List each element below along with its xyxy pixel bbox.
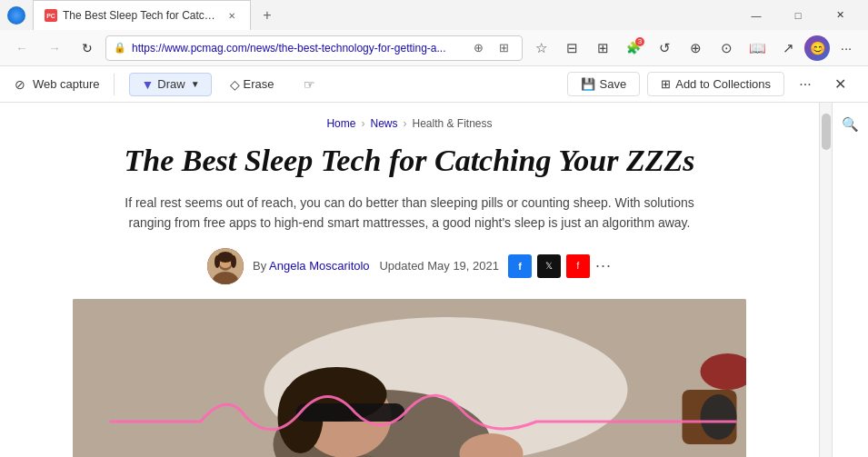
add-collections-icon: ⊞: [661, 77, 671, 91]
star-icon[interactable]: ☆: [526, 34, 555, 63]
breadcrumb-category: Health & Fitness: [412, 117, 492, 130]
flipboard-share-button[interactable]: f: [566, 254, 590, 278]
article-description: If real rest seems out of reach, you can…: [119, 193, 701, 233]
capture-separator: [114, 74, 115, 95]
address-text: https://www.pcmag.com/news/the-best-tech…: [132, 42, 462, 55]
tab-strip: PC The Best Sleep Tech for Catching... ✕…: [33, 0, 728, 30]
author-prefix: By: [253, 259, 266, 273]
lock-icon: 🔒: [114, 42, 126, 54]
refresh-button[interactable]: ↻: [73, 34, 102, 63]
svg-point-5: [215, 255, 220, 268]
author-bar: By Angela Moscaritolo Updated May 19, 20…: [73, 248, 746, 284]
share-icon[interactable]: ↗: [773, 34, 803, 63]
reader-mode-icon[interactable]: ⊞: [493, 37, 514, 59]
draw-dropdown-icon: ▼: [191, 79, 200, 89]
close-button[interactable]: ✕: [819, 0, 861, 30]
more-menu-button[interactable]: ···: [832, 34, 861, 63]
svg-point-16: [701, 394, 737, 440]
forward-button[interactable]: →: [40, 34, 69, 63]
active-tab[interactable]: PC The Best Sleep Tech for Catching... ✕: [33, 0, 251, 30]
profile-icon[interactable]: 😊: [804, 35, 830, 61]
draw-tool-button[interactable]: ▼ Draw ▼: [129, 73, 211, 96]
author-link[interactable]: Angela Moscaritolo: [269, 259, 370, 273]
minimize-button[interactable]: —: [735, 0, 777, 30]
new-tab-button[interactable]: +: [254, 3, 280, 28]
draw-label: Draw: [157, 77, 185, 91]
updated-date: Updated May 19, 2021: [379, 259, 499, 273]
touch-tool-button[interactable]: ☞: [293, 74, 326, 95]
svg-point-6: [231, 255, 236, 268]
author-avatar: [207, 248, 244, 284]
breadcrumb-sep1: ›: [361, 117, 364, 130]
erase-tool-button[interactable]: ◇ Erase: [219, 74, 285, 95]
article-title: The Best Sleep Tech for Catching Your ZZ…: [73, 143, 746, 180]
tab-title: The Best Sleep Tech for Catching...: [63, 9, 219, 22]
titlebar: PC The Best Sleep Tech for Catching... ✕…: [0, 0, 868, 30]
erase-icon: ◇: [230, 77, 240, 92]
navbar: ← → ↻ 🔒 https://www.pcmag.com/news/the-b…: [0, 30, 868, 66]
capture-more-button[interactable]: ···: [792, 71, 819, 98]
browser-icon: [7, 6, 25, 25]
titlebar-left: [7, 6, 25, 25]
extensions-icon[interactable]: 🧩 3: [619, 34, 648, 63]
author-meta: By Angela Moscaritolo Updated May 19, 20…: [253, 259, 499, 273]
address-bar[interactable]: 🔒 https://www.pcmag.com/news/the-best-te…: [105, 35, 523, 61]
page-content: Home › News › Health & Fitness The Best …: [0, 103, 819, 457]
erase-label: Erase: [244, 77, 274, 91]
twitter-share-button[interactable]: 𝕏: [537, 254, 561, 278]
save-icon: 💾: [581, 77, 595, 91]
favorites-icon[interactable]: ⊕: [467, 37, 489, 59]
social-more-button[interactable]: ···: [595, 256, 612, 275]
refresh2-icon[interactable]: ↺: [650, 34, 679, 63]
breadcrumb-home[interactable]: Home: [326, 117, 355, 130]
save-label: Save: [600, 77, 627, 91]
back-button[interactable]: ←: [7, 34, 36, 63]
capture-close-button[interactable]: ✕: [826, 71, 853, 98]
draw-icon: ▼: [141, 77, 154, 92]
maximize-button[interactable]: □: [777, 0, 819, 30]
games-icon[interactable]: ⊕: [681, 34, 710, 63]
capture-icon: ⊘: [15, 77, 25, 92]
search-sidebar-button[interactable]: 🔍: [836, 110, 865, 139]
scrollbar[interactable]: [819, 103, 832, 457]
tab-close-button[interactable]: ✕: [224, 8, 239, 23]
add-collections-label: Add to Collections: [675, 77, 771, 91]
toolbar-icons: ☆ ⊟ ⊞ 🧩 3 ↺ ⊕ ⊙ 📖 ↗ 😊 ···: [526, 34, 861, 63]
scrollbar-thumb[interactable]: [822, 114, 831, 150]
collections-icon[interactable]: ⊟: [557, 34, 586, 63]
save-button[interactable]: 💾 Save: [567, 72, 641, 96]
page-wrapper: PC Home › News › Health & Fitness The Be…: [0, 103, 868, 457]
capture-label: Web capture: [33, 77, 99, 91]
twitter-icon: 𝕏: [545, 261, 553, 271]
reading-list-icon[interactable]: 📖: [743, 34, 772, 63]
address-icons: ⊕ ⊞: [467, 37, 514, 59]
article-image: [73, 299, 746, 457]
search-sidebar: 🔍: [832, 103, 868, 457]
facebook-share-button[interactable]: f: [508, 254, 532, 278]
tab-favicon: PC: [45, 9, 57, 22]
flipboard-icon: f: [577, 261, 580, 271]
window-controls: — □ ✕: [735, 0, 861, 30]
article-image-svg: [73, 299, 746, 457]
add-to-collections-button[interactable]: ⊞ Add to Collections: [647, 72, 784, 96]
touch-icon: ☞: [304, 77, 315, 92]
social-icons: f 𝕏 f ···: [508, 254, 612, 278]
breadcrumb-news[interactable]: News: [370, 117, 397, 130]
breadcrumb-sep2: ›: [403, 117, 406, 130]
capture-bar: ⊘ Web capture ▼ Draw ▼ ◇ Erase ☞ 💾 Save …: [0, 66, 868, 103]
breadcrumb: Home › News › Health & Fitness: [73, 117, 746, 130]
downloads-icon[interactable]: ⊞: [588, 34, 617, 63]
facebook-icon: f: [518, 261, 522, 272]
avatar-image: [207, 248, 244, 284]
history-icon[interactable]: ⊙: [712, 34, 741, 63]
